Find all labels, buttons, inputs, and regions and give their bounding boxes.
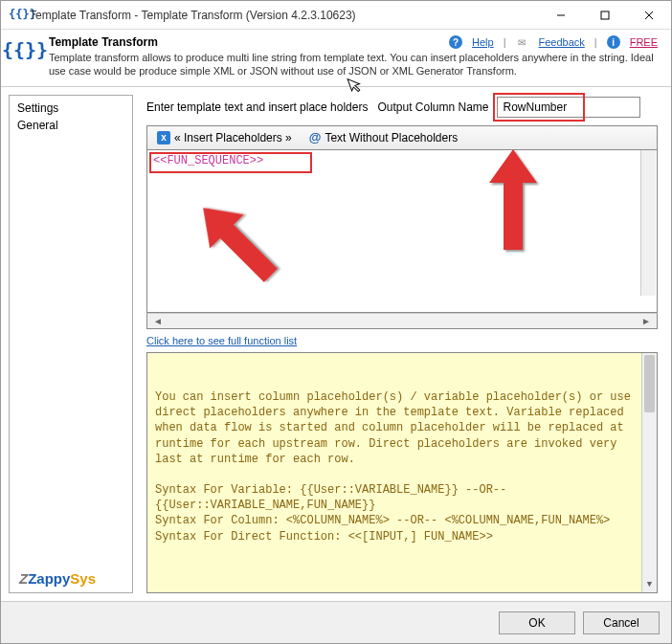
ok-button[interactable]: OK — [499, 611, 575, 634]
output-column-label: Output Column Name — [377, 100, 488, 114]
mail-icon: ✉ — [515, 35, 528, 49]
editor-toolbar: x « Insert Placeholders » @ Text Without… — [146, 125, 658, 150]
body: Settings General ZZappySys Enter templat… — [1, 86, 671, 601]
main-panel: Enter template text and insert place hol… — [133, 87, 671, 601]
help-icon: ? — [449, 35, 462, 49]
header-text: Template transform allows to produce mul… — [49, 51, 661, 78]
x-icon: x — [157, 131, 170, 144]
editor-wrap: <<FUN_SEQUENCE>> ◄ ► — [146, 150, 658, 329]
minimize-button[interactable] — [539, 1, 583, 29]
help-vertical-scrollbar[interactable]: ▲ ▼ — [641, 353, 657, 592]
scroll-left-icon[interactable]: ◄ — [149, 316, 167, 326]
window-controls — [539, 1, 671, 29]
insert-placeholders-label: « Insert Placeholders » — [174, 131, 292, 144]
app-icon: {{}} — [9, 8, 24, 23]
separator: | — [594, 36, 597, 48]
template-label: Enter template text and insert place hol… — [146, 100, 368, 114]
text-without-label: Text Without Placeholders — [325, 131, 458, 144]
info-icon: i — [607, 35, 620, 49]
sidebar-item-settings[interactable]: Settings — [15, 100, 126, 117]
logo-z: Z — [19, 570, 28, 587]
function-list-link-row: Click here to see full function list — [146, 335, 658, 346]
help-text-content: You can insert column placeholder(s) / v… — [155, 389, 649, 544]
header-icon: {{}} — [11, 35, 39, 64]
maximize-button[interactable] — [583, 1, 627, 29]
footer: OK Cancel — [1, 601, 671, 643]
output-column-input[interactable] — [497, 97, 640, 118]
editor-horizontal-scrollbar[interactable]: ◄ ► — [146, 313, 658, 329]
separator: | — [504, 36, 506, 48]
function-list-link[interactable]: Click here to see full function list — [146, 335, 297, 346]
window: {{}} Template Transform - Template Trans… — [0, 0, 672, 644]
insert-placeholders-button[interactable]: x « Insert Placeholders » — [151, 129, 298, 146]
window-title: Template Transform - Template Transform … — [30, 9, 539, 22]
logo-sys: Sys — [70, 570, 96, 587]
cancel-button[interactable]: Cancel — [583, 611, 660, 634]
header: {{}} Template Transform Template transfo… — [1, 30, 671, 86]
template-editor[interactable]: <<FUN_SEQUENCE>> — [146, 150, 658, 313]
row-labels: Enter template text and insert place hol… — [146, 97, 658, 118]
vendor-logo: ZZappySys — [19, 570, 96, 587]
text-without-placeholders-button[interactable]: @ Text Without Placeholders — [303, 128, 463, 146]
scroll-right-icon[interactable]: ► — [638, 316, 655, 326]
at-icon: @ — [309, 130, 322, 144]
placeholder-token: <<FUN_SEQUENCE>> — [153, 154, 263, 167]
sidebar-item-general[interactable]: General — [15, 117, 126, 134]
titlebar: {{}} Template Transform - Template Trans… — [1, 1, 671, 30]
free-link[interactable]: FREE — [630, 36, 658, 48]
editor-vertical-scrollbar[interactable] — [640, 150, 656, 296]
scroll-down-icon[interactable]: ▼ — [642, 577, 657, 592]
help-link[interactable]: Help — [472, 36, 494, 48]
output-column-wrap — [497, 97, 640, 118]
help-text-box[interactable]: You can insert column placeholder(s) / v… — [146, 352, 658, 593]
sidebar: Settings General ZZappySys — [9, 95, 133, 593]
scroll-thumb[interactable] — [644, 355, 655, 412]
svg-rect-1 — [601, 11, 609, 19]
close-button[interactable] — [627, 1, 671, 29]
feedback-link[interactable]: Feedback — [538, 36, 584, 48]
header-links: ? Help | ✉ Feedback | i FREE — [449, 35, 658, 49]
logo-zappy: Zappy — [28, 570, 70, 587]
